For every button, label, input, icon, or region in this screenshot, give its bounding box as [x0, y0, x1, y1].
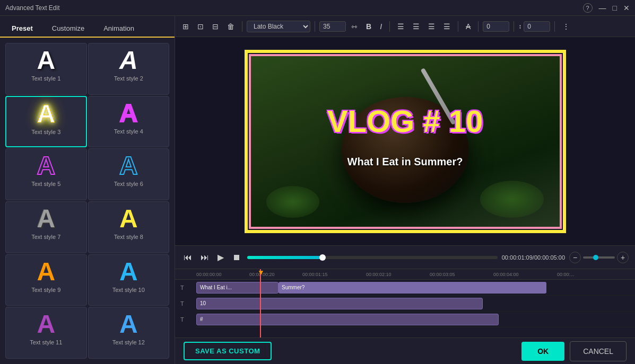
track-icon-3: T — [180, 316, 184, 323]
save-as-custom-button[interactable]: SAVE AS CUSTOM — [184, 342, 272, 360]
progress-thumb[interactable] — [319, 254, 326, 261]
divider2 — [315, 21, 315, 32]
clip-label-3: # — [200, 316, 203, 322]
timeline-track-3: T # — [196, 312, 635, 327]
ruler-mark-3: 00:00:02:10 — [366, 272, 430, 277]
align-right-btn[interactable]: ☰ — [425, 20, 438, 33]
play-btn[interactable]: ▶ — [215, 250, 226, 264]
spacing-input[interactable] — [483, 21, 509, 32]
ruler-mark-6: 00:00:... — [557, 272, 610, 277]
style-item-2[interactable]: AText style 2 — [88, 43, 170, 95]
style-letter-9: A — [37, 259, 55, 285]
style-label-8: Text style 8 — [114, 234, 143, 240]
time-display: 00:00:01:09/00:00:05:00 — [502, 254, 565, 261]
progress-bar[interactable] — [247, 256, 498, 259]
style-grid: AText style 1AText style 2AText style 3A… — [0, 38, 175, 364]
ruler-mark-5: 00:00:04:00 — [493, 272, 557, 277]
help-button[interactable]: ? — [583, 3, 593, 13]
font-size-input[interactable] — [319, 21, 346, 32]
zoom-slider[interactable] — [583, 256, 615, 259]
track-clip-2[interactable]: 10 — [196, 298, 483, 309]
transport-controls: ⏮ ⏭ ▶ ⏹ 00:00:01:09/00:00:05:00 − + — [175, 245, 635, 269]
cancel-button[interactable]: CANCEL — [570, 341, 627, 361]
bottom-right-buttons: OK CANCEL — [521, 341, 627, 361]
rewind-btn[interactable]: ⏮ — [181, 251, 194, 264]
style-label-5: Text style 5 — [31, 181, 60, 187]
tab-preset[interactable]: Preset — [2, 20, 42, 38]
app-title: Advanced Text Edit — [5, 4, 60, 12]
progress-fill — [247, 256, 323, 259]
style-item-9[interactable]: AText style 9 — [5, 254, 87, 306]
step-back-btn[interactable]: ⏭ — [198, 251, 211, 264]
clip-label-2: 10 — [200, 300, 206, 306]
style-item-1[interactable]: AText style 1 — [5, 43, 87, 95]
delete-btn[interactable]: 🗑 — [224, 20, 238, 33]
style-label-10: Text style 10 — [112, 287, 145, 293]
tab-animation[interactable]: Animation — [94, 20, 144, 37]
stop-btn[interactable]: ⏹ — [230, 251, 243, 264]
style-letter-7: A — [37, 206, 55, 232]
timeline-track-2: T 10 — [196, 296, 635, 312]
scale-btn[interactable]: ⊡ — [194, 20, 207, 33]
font-selector[interactable]: Lato Black — [247, 21, 310, 32]
line-height-input[interactable] — [524, 21, 550, 32]
divider4 — [458, 21, 458, 32]
playhead[interactable]: ▼ — [260, 269, 261, 338]
ok-button[interactable]: OK — [521, 342, 564, 361]
style-item-11[interactable]: AText style 11 — [5, 307, 87, 359]
track-clip-3[interactable]: # — [196, 314, 499, 325]
align-center-btn[interactable]: ☰ — [410, 20, 423, 33]
toolbar: ⊞ ⊡ ⊟ 🗑 Lato Black ⇿ B I ☰ ☰ ☰ ☰ A ↕ — [175, 16, 635, 37]
preview-frame: VLOG # 10 What I Eat in Summer? — [249, 54, 562, 229]
track-clip-1b[interactable]: Summer? — [279, 282, 546, 294]
track-clip-1a[interactable]: What I Eat i... — [196, 282, 279, 294]
title-bar-left: Advanced Text Edit — [5, 4, 60, 12]
minimize-button[interactable]: — — [599, 4, 606, 12]
divider6 — [514, 21, 514, 32]
style-item-8[interactable]: AText style 8 — [88, 201, 170, 253]
zoom-controls: − + — [569, 252, 629, 263]
bold-btn[interactable]: B — [363, 20, 375, 33]
strikethrough-btn[interactable]: A — [463, 20, 474, 33]
timeline-ruler: 00:00:00:00 00:00:00:20 00:00:01:15 00:0… — [175, 269, 635, 280]
style-item-10[interactable]: AText style 10 — [88, 254, 170, 306]
style-item-4[interactable]: AText style 4 — [88, 96, 170, 148]
style-item-3[interactable]: AText style 3 — [5, 96, 87, 148]
italic-btn[interactable]: I — [377, 20, 385, 33]
zoom-in-btn[interactable]: + — [617, 252, 629, 263]
maximize-button[interactable]: □ — [613, 4, 617, 12]
style-letter-8: A — [119, 206, 138, 232]
preview-sub-text: What I Eat in Summer? — [347, 156, 463, 168]
timeline: 00:00:00:00 00:00:00:20 00:00:01:15 00:0… — [175, 269, 635, 338]
title-bar-controls: ? — □ ✕ — [583, 3, 630, 13]
style-label-6: Text style 6 — [114, 181, 143, 187]
style-label-12: Text style 12 — [112, 339, 145, 345]
ruler-mark-4: 00:00:03:05 — [430, 272, 493, 277]
style-item-6[interactable]: AText style 6 — [88, 148, 170, 200]
main-layout: Preset Customize Animation AText style 1… — [0, 16, 635, 364]
close-button[interactable]: ✕ — [623, 4, 630, 12]
style-label-11: Text style 11 — [30, 339, 62, 345]
align-justify-btn[interactable]: ☰ — [440, 20, 454, 33]
zoom-out-btn[interactable]: − — [569, 252, 581, 263]
style-item-5[interactable]: AText style 5 — [5, 148, 87, 200]
left-panel: Preset Customize Animation AText style 1… — [0, 16, 175, 364]
align-left-btn[interactable]: ☰ — [394, 20, 407, 33]
transform-btn[interactable]: ⊞ — [179, 20, 192, 33]
track-icon-1: T — [180, 285, 184, 291]
style-label-4: Text style 4 — [114, 128, 143, 135]
style-letter-3: A — [37, 101, 55, 127]
style-letter-4: A — [119, 101, 138, 126]
more-btn[interactable]: ⋮ — [559, 20, 573, 33]
mirror-btn[interactable]: ⊟ — [209, 20, 222, 33]
style-letter-5: A — [37, 153, 55, 179]
style-item-12[interactable]: AText style 12 — [88, 307, 170, 359]
right-panel: ⊞ ⊡ ⊟ 🗑 Lato Black ⇿ B I ☰ ☰ ☰ ☰ A ↕ — [175, 16, 635, 364]
style-letter-10: A — [119, 259, 138, 285]
timeline-tracks: ▼ T What I Eat i... Summer? T 10 — [175, 280, 635, 338]
char-spacing-btn[interactable]: ⇿ — [348, 20, 361, 33]
divider7 — [554, 21, 555, 32]
style-item-7[interactable]: AText style 7 — [5, 201, 87, 253]
ruler-mark-2: 00:00:01:15 — [302, 272, 366, 277]
tab-customize[interactable]: Customize — [42, 20, 94, 37]
